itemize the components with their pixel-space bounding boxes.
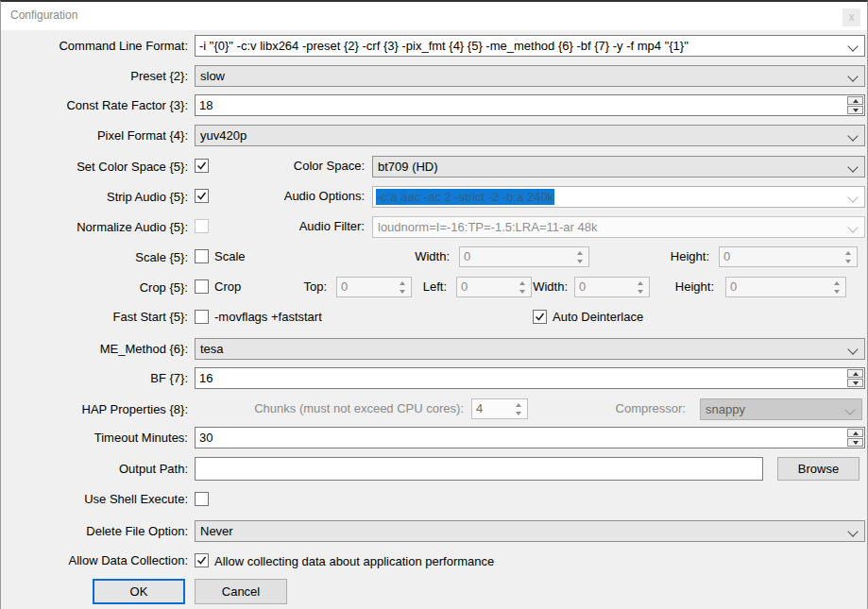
normalize-audio-checkbox[interactable] xyxy=(195,219,209,233)
pixel-format-label: Pixel Format {4}: xyxy=(1,125,188,146)
crop-label: Crop {5}: xyxy=(1,277,188,298)
ok-button[interactable]: OK xyxy=(93,579,185,604)
audio-filter-label: Audio Filter: xyxy=(251,216,365,237)
crop-width-label: Width: xyxy=(492,277,568,297)
auto-deinterlace-checkbox[interactable] xyxy=(533,310,547,324)
chevron-down-icon xyxy=(847,192,858,202)
timeout-minutes-spinner[interactable] xyxy=(195,427,865,448)
check-icon xyxy=(196,190,208,202)
hap-properties-label: HAP Properties {8}: xyxy=(1,398,188,420)
me-method-dropdown[interactable]: tesa xyxy=(195,338,865,360)
triangle-up-icon xyxy=(577,251,583,255)
spin-up-button[interactable] xyxy=(847,96,863,105)
bf-spinner[interactable] xyxy=(195,367,865,389)
close-icon[interactable]: x xyxy=(842,8,860,26)
color-space-value: bt709 (HD) xyxy=(378,160,438,174)
spin-down-button[interactable] xyxy=(847,379,863,387)
audio-filter-value: loudnorm=I=-16:TP=-1.5:LRA=11-ar 48k xyxy=(378,220,597,234)
triangle-down-icon xyxy=(834,290,840,294)
crop-top-label: Top: xyxy=(251,277,327,297)
color-space-label: Color Space: xyxy=(251,156,365,177)
audio-options-selected-text: -c:a aac -ac 2 -strict -2 -b:a 240k xyxy=(376,190,554,204)
scale-checkbox[interactable] xyxy=(195,249,209,263)
scale-checkbox-label: Scale xyxy=(214,249,246,265)
triangle-up-icon xyxy=(853,99,859,103)
output-path-field[interactable] xyxy=(195,457,763,481)
use-shell-execute-label: Use Shell Execute: xyxy=(1,491,188,513)
audio-options-combobox[interactable]: -c:a aac -ac 2 -strict -2 -b:a 240k xyxy=(372,186,865,208)
triangle-down-icon xyxy=(577,260,583,263)
scale-label: Scale {5}: xyxy=(1,246,188,268)
normalize-audio-label: Normalize Audio {5}: xyxy=(1,216,188,238)
crop-height-spinner: 0 xyxy=(725,277,846,297)
delete-file-option-label: Delete File Option: xyxy=(1,520,188,542)
strip-audio-label: Strip Audio {5}: xyxy=(1,186,188,208)
chunks-spinner: 4 xyxy=(471,398,528,419)
compressor-label: Compressor: xyxy=(591,398,686,419)
crop-checkbox[interactable] xyxy=(195,279,209,294)
allow-data-collection-checkbox-label: Allow collecting data about application … xyxy=(214,554,494,570)
scale-width-spinner: 0 xyxy=(459,246,589,267)
const-rate-factor-spinner[interactable] xyxy=(195,94,865,116)
window-title: Configuration xyxy=(10,8,77,22)
pixel-format-value: yuv420p xyxy=(200,128,247,143)
triangle-up-icon xyxy=(853,372,859,376)
title-bar: Configuration x xyxy=(1,2,867,30)
bf-input[interactable] xyxy=(196,368,864,388)
cancel-button[interactable]: Cancel xyxy=(195,579,287,604)
delete-file-option-value: Never xyxy=(200,524,233,538)
configuration-dialog: Configuration x Command Line Format: Pre… xyxy=(0,0,868,609)
triangle-down-icon xyxy=(516,412,521,415)
spin-down-button[interactable] xyxy=(847,106,863,114)
color-space-dropdown[interactable]: bt709 (HD) xyxy=(372,156,865,178)
triangle-down-icon xyxy=(853,109,859,112)
check-icon xyxy=(196,554,208,567)
allow-data-collection-checkbox[interactable] xyxy=(195,553,209,567)
browse-button[interactable]: Browse xyxy=(777,457,859,481)
spin-down-button[interactable] xyxy=(847,438,863,447)
triangle-down-icon xyxy=(853,381,859,385)
compressor-value: snappy xyxy=(706,402,745,416)
strip-audio-checkbox[interactable] xyxy=(195,189,209,203)
triangle-down-icon xyxy=(853,441,859,445)
bf-label: BF {7}: xyxy=(1,367,188,389)
auto-deinterlace-label: Auto Deinterlace xyxy=(553,310,643,326)
const-rate-factor-label: Const Rate Factor {3}: xyxy=(1,94,188,116)
spin-up-button[interactable] xyxy=(847,369,863,378)
scale-width-label: Width: xyxy=(346,246,450,267)
crop-left-label: Left: xyxy=(374,277,447,297)
me-method-label: ME_Method {6}: xyxy=(1,338,188,360)
triangle-up-icon xyxy=(516,403,521,407)
spin-up-button[interactable] xyxy=(847,429,863,437)
pixel-format-dropdown[interactable]: yuv420p xyxy=(195,125,865,146)
check-icon xyxy=(534,311,546,323)
command-line-format-combobox[interactable] xyxy=(195,35,865,57)
triangle-up-icon xyxy=(834,281,840,285)
chevron-down-icon xyxy=(847,526,858,536)
chevron-down-icon xyxy=(847,222,858,232)
delete-file-option-dropdown[interactable]: Never xyxy=(195,520,865,542)
timeout-minutes-input[interactable] xyxy=(196,428,864,448)
set-color-space-label: Set Color Space {5}: xyxy=(1,156,188,178)
output-path-input[interactable] xyxy=(196,458,762,480)
preset-label: Preset {2}: xyxy=(1,65,188,87)
triangle-down-icon xyxy=(845,260,851,263)
chevron-down-icon xyxy=(847,71,858,81)
set-color-space-checkbox[interactable] xyxy=(195,159,209,173)
audio-filter-dropdown: loudnorm=I=-16:TP=-1.5:LRA=11-ar 48k xyxy=(372,216,865,238)
preset-dropdown[interactable]: slow xyxy=(195,65,865,87)
scale-height-spinner: 0 xyxy=(719,246,858,267)
fast-start-checkbox[interactable] xyxy=(195,310,209,324)
fast-start-label: Fast Start {5}: xyxy=(1,309,188,330)
crop-height-label: Height: xyxy=(638,277,714,297)
output-path-label: Output Path: xyxy=(1,457,188,479)
me-method-value: tesa xyxy=(200,342,224,356)
triangle-up-icon xyxy=(845,251,851,255)
chevron-down-icon xyxy=(847,161,858,172)
timeout-minutes-label: Timeout Minutes: xyxy=(1,427,188,448)
const-rate-factor-input[interactable] xyxy=(196,95,864,115)
scale-height-label: Height: xyxy=(610,246,709,267)
crop-checkbox-label: Crop xyxy=(214,279,241,296)
command-line-format-input[interactable] xyxy=(196,36,864,56)
use-shell-execute-checkbox[interactable] xyxy=(195,492,209,506)
